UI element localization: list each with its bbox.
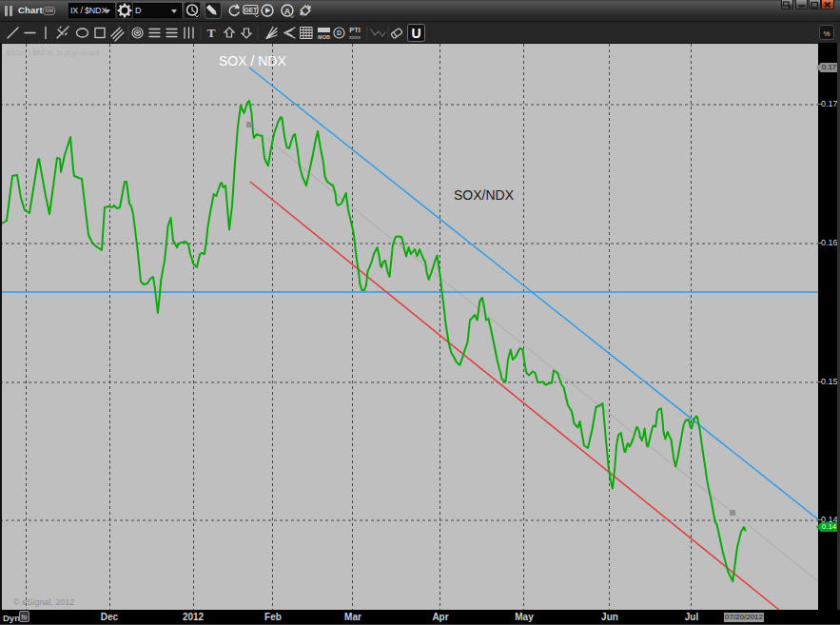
svg-text:PTI: PTI xyxy=(349,26,361,34)
svg-text:T: T xyxy=(207,26,216,40)
svg-text:© eSignal, 2012: © eSignal, 2012 xyxy=(13,597,74,607)
svg-text:SOX / NDX: SOX / NDX xyxy=(219,53,286,68)
svg-text:D: D xyxy=(337,29,342,36)
svg-text:xxxx: xxxx xyxy=(349,34,361,40)
svg-text:%: % xyxy=(823,29,830,38)
svg-text:SOX/NDX: SOX/NDX xyxy=(454,187,515,203)
svg-text:U: U xyxy=(411,26,420,41)
svg-text:MOB: MOB xyxy=(318,34,330,40)
svg-text:$SOX / $NDX, D (Dynamic): $SOX / $NDX, D (Dynamic) xyxy=(6,49,100,57)
